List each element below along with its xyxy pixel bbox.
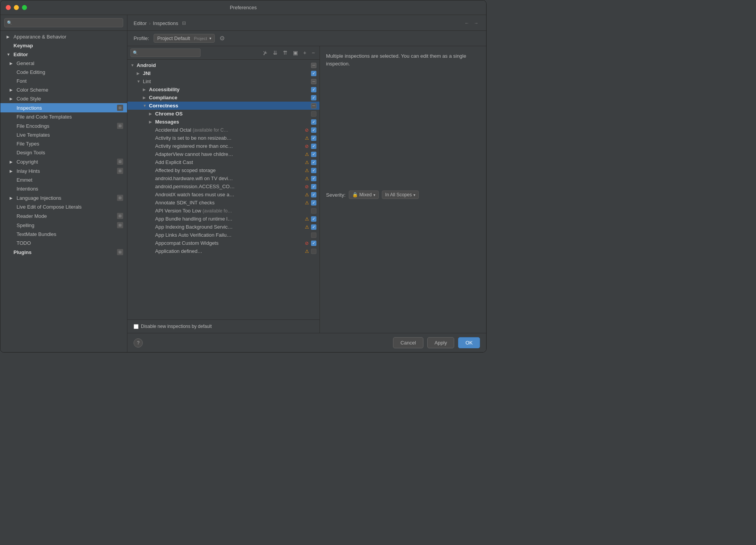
close-button[interactable] <box>6 5 11 10</box>
sidebar-item-inspections[interactable]: Inspections ⊟ <box>0 103 127 112</box>
tree-item-android-permission[interactable]: android.permission.ACCESS_CO… ⊘ <box>127 182 319 191</box>
sidebar-item-emmet[interactable]: Emmet <box>0 176 127 184</box>
disable-inspections-checkbox[interactable] <box>134 324 139 329</box>
tree-item-correctness[interactable]: ▼ Correctness <box>127 102 319 110</box>
sidebar-item-intentions[interactable]: Intentions <box>0 184 127 193</box>
layout-button[interactable]: ▣ <box>291 49 299 57</box>
expand-icon: ▼ <box>130 63 135 67</box>
back-button[interactable]: ← <box>463 20 471 27</box>
collapse-all-button[interactable]: ⇈ <box>281 49 289 57</box>
sidebar-item-todo[interactable]: TODO <box>0 239 127 247</box>
add-button[interactable]: + <box>302 49 308 57</box>
sidebar-item-plugins[interactable]: Plugins ⊟ <box>0 247 127 257</box>
sidebar-item-reader-mode[interactable]: Reader Mode ⊟ <box>0 211 127 221</box>
severity-select[interactable]: 🔒 Mixed ▾ <box>349 191 379 199</box>
tree-item-android-wifi[interactable]: android.hardware.wifi on TV devi… ⚠ <box>127 174 319 182</box>
sidebar-item-file-code-templates[interactable]: File and Code Templates <box>0 112 127 121</box>
sidebar-item-code-style[interactable]: ▶ Code Style <box>0 94 127 103</box>
profile-select[interactable]: Project Default Project ▾ <box>154 34 215 43</box>
filter-button[interactable]: ⊁ <box>261 49 269 57</box>
tree-item-application-defined[interactable]: Application defined… ⚠ <box>127 247 319 255</box>
sidebar-item-inlay-hints[interactable]: ▶ Inlay Hints ⊟ <box>0 166 127 176</box>
tree-item-appcompat-custom[interactable]: Appcompat Custom Widgets ⊘ <box>127 239 319 247</box>
tree-item-annotate-sdk[interactable]: Annotate SDK_INT checks ⚠ <box>127 199 319 207</box>
gear-button[interactable]: ⚙ <box>218 34 226 43</box>
tree-item-accidental-octal[interactable]: Accidental Octal (available for C… ⊘ <box>127 126 319 134</box>
scope-select[interactable]: In All Scopes ▾ <box>382 191 419 199</box>
tree-checkbox[interactable] <box>311 192 316 197</box>
sidebar-item-live-templates[interactable]: Live Templates <box>0 130 127 139</box>
tree-checkbox[interactable] <box>311 111 316 117</box>
sidebar-item-general[interactable]: ▶ General <box>0 59 127 68</box>
apply-button[interactable]: Apply <box>427 337 455 348</box>
tree-checkbox[interactable] <box>311 200 316 206</box>
tree-checkbox[interactable] <box>311 160 316 165</box>
tree-item-messages[interactable]: ▶ Messages <box>127 118 319 126</box>
filter-search-input[interactable] <box>130 48 201 57</box>
tree-checkbox[interactable] <box>311 135 316 141</box>
pin-button[interactable]: ⊟ <box>181 20 187 27</box>
sidebar-item-live-edit[interactable]: Live Edit of Compose Literals <box>0 202 127 211</box>
tree-item-app-links[interactable]: App Links Auto Verification Failu… <box>127 231 319 239</box>
disable-inspections-checkbox-label[interactable]: Disable new inspections by default <box>134 324 212 329</box>
bottom-left: ? <box>134 338 143 348</box>
tree-checkbox[interactable] <box>311 241 316 246</box>
expand-all-button[interactable]: ⇊ <box>271 49 279 57</box>
tree-checkbox[interactable] <box>311 176 316 181</box>
sidebar-item-design-tools[interactable]: Design Tools <box>0 148 127 157</box>
sidebar-item-textmate[interactable]: TextMate Bundles <box>0 230 127 239</box>
tree-checkbox[interactable] <box>311 152 316 157</box>
tree-item-lint[interactable]: ▼ Lint <box>127 77 319 85</box>
tree-checkbox[interactable] <box>311 224 316 230</box>
panel-header: Editor › Inspections ⊟ ← → <box>127 15 486 31</box>
tree-item-app-indexing[interactable]: App Indexing Background Servic… ⚠ <box>127 223 319 231</box>
tree-item-scoped-storage[interactable]: Affected by scoped storage ⚠ <box>127 166 319 174</box>
tree-checkbox[interactable] <box>311 249 316 254</box>
tree-checkbox[interactable] <box>311 71 316 76</box>
sidebar-item-font[interactable]: Font <box>0 77 127 85</box>
tree-checkbox[interactable] <box>311 144 316 149</box>
sidebar-item-copyright[interactable]: ▶ Copyright ⊟ <box>0 157 127 166</box>
ok-button[interactable]: OK <box>458 337 480 348</box>
tree-checkbox[interactable] <box>311 103 316 109</box>
tree-checkbox[interactable] <box>311 232 316 238</box>
sidebar-search-input[interactable] <box>4 18 123 27</box>
tree-item-app-bundle[interactable]: App Bundle handling of runtime l… ⚠ <box>127 215 319 223</box>
tree-checkbox[interactable] <box>311 87 316 92</box>
tree-checkbox[interactable] <box>311 127 316 133</box>
tree-checkbox[interactable] <box>311 216 316 222</box>
tree-item-chrome-os[interactable]: ▶ Chrome OS <box>127 110 319 118</box>
tree-checkbox[interactable] <box>311 63 316 68</box>
maximize-button[interactable] <box>22 5 27 10</box>
tree-checkbox[interactable] <box>311 95 316 100</box>
sidebar-item-language-injections[interactable]: ▶ Language Injections ⊟ <box>0 193 127 202</box>
tree-item-add-explicit-cast[interactable]: Add Explicit Cast ⚠ <box>127 158 319 166</box>
tree-item-jni[interactable]: ▶ JNI <box>127 69 319 77</box>
tree-checkbox[interactable] <box>311 184 316 189</box>
sidebar-item-keymap[interactable]: Keymap <box>0 41 127 50</box>
tree-item-android[interactable]: ▼ Android <box>127 61 319 69</box>
tree-checkbox[interactable] <box>311 208 316 214</box>
help-button[interactable]: ? <box>134 338 143 348</box>
sidebar-item-file-encodings[interactable]: File Encodings ⊟ <box>0 121 127 130</box>
tree-checkbox[interactable] <box>311 79 316 84</box>
tree-checkbox[interactable] <box>311 168 316 173</box>
tree-item-accessibility[interactable]: ▶ Accessibility <box>127 85 319 94</box>
sidebar-item-color-scheme[interactable]: ▶ Color Scheme <box>0 85 127 94</box>
tree-item-api-version[interactable]: API Version Too Low (available fo… <box>127 207 319 215</box>
tree-item-activity-registered[interactable]: Activity registered more than onc… ⊘ <box>127 142 319 150</box>
forward-button[interactable]: → <box>472 20 480 27</box>
tree-item-adapterview[interactable]: AdapterView cannot have childre… ⚠ <box>127 150 319 158</box>
remove-button[interactable]: − <box>310 49 316 57</box>
tree-checkbox[interactable] <box>311 119 316 125</box>
sidebar-item-file-types[interactable]: File Types <box>0 139 127 148</box>
tree-item-activity-non-resizable[interactable]: Activity is set to be non resizeab… ⚠ <box>127 134 319 142</box>
tree-item-compliance[interactable]: ▶ Compliance <box>127 94 319 102</box>
tree-item-androidx-watch[interactable]: AndroidX watch faces must use a… ⚠ <box>127 191 319 199</box>
sidebar-item-appearance[interactable]: ▶ Appearance & Behavior <box>0 32 127 41</box>
cancel-button[interactable]: Cancel <box>393 337 423 348</box>
sidebar-item-spelling[interactable]: Spelling ⊟ <box>0 221 127 230</box>
sidebar-item-editor[interactable]: ▼ Editor <box>0 50 127 59</box>
minimize-button[interactable] <box>14 5 19 10</box>
sidebar-item-code-editing[interactable]: Code Editing <box>0 68 127 77</box>
